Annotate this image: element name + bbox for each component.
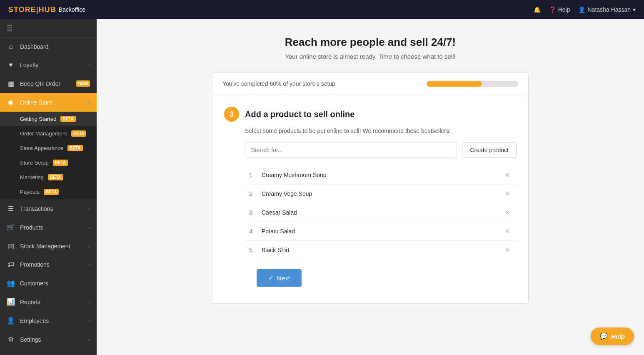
transactions-icon: ☰	[7, 205, 15, 212]
settings-icon: ⚙	[7, 335, 15, 343]
employees-icon: 👤	[7, 317, 15, 325]
order-management-beta-badge: BETA	[71, 130, 86, 137]
submenu-item-store-appearance[interactable]: Store Appearance BETA	[0, 141, 97, 155]
product-name: Creamy Mushroom Soup	[262, 172, 502, 178]
sidebar-item-employees[interactable]: 👤 Employees ‹	[0, 311, 97, 330]
sidebar-item-promotions[interactable]: 🏷 Promotions ‹	[0, 255, 97, 274]
promotions-chevron-icon: ‹	[88, 262, 90, 267]
reports-icon: 📊	[7, 298, 15, 306]
sidebar-item-reports[interactable]: 📊 Reports ‹	[0, 292, 97, 311]
sidebar-item-stock-management[interactable]: ▤ Stock Management ‹	[0, 237, 97, 255]
stock-management-chevron-icon: ‹	[88, 244, 90, 249]
user-icon: 👤	[578, 6, 585, 13]
user-menu[interactable]: 👤 Natasha Hassan ▾	[578, 6, 636, 13]
help-chat-icon: 💬	[600, 332, 608, 340]
remove-product-button[interactable]: ✕	[502, 227, 512, 235]
submenu-item-order-management[interactable]: Order Management BETA	[0, 126, 97, 141]
loyalty-icon: ♥	[7, 61, 15, 69]
progress-bar-container	[427, 81, 518, 87]
table-row: 2. Creamy Vege Soup ✕	[245, 185, 517, 203]
remove-product-button[interactable]: ✕	[502, 208, 512, 217]
promotions-icon: 🏷	[7, 261, 15, 268]
sidebar-item-dashboard[interactable]: ⌂ Dashboard	[0, 38, 97, 56]
product-number: 4.	[249, 228, 262, 235]
sidebar-item-beep-qr-order[interactable]: ▦ Beep QR Order NEW	[0, 74, 97, 93]
submenu-item-store-setup[interactable]: Store Setup BETA	[0, 155, 97, 170]
page-subtitle: Your online store is almost ready. Time …	[285, 53, 455, 60]
reports-chevron-icon: ‹	[88, 300, 90, 305]
sidebar-item-customers[interactable]: 👥 Customers	[0, 274, 97, 292]
main-content: Reach more people and sell 24/7! Your on…	[97, 19, 644, 355]
page-title: Reach more people and sell 24/7!	[285, 36, 456, 49]
setup-card: You've completed 60% of your store's set…	[212, 72, 529, 304]
next-button[interactable]: ✓ Next	[257, 269, 302, 287]
dashboard-icon: ⌂	[7, 43, 15, 50]
customers-icon: 👥	[7, 279, 15, 287]
submenu-item-getting-started[interactable]: Getting Started BETA	[0, 112, 97, 126]
loyalty-chevron-icon: ‹	[88, 62, 90, 68]
progress-section: You've completed 60% of your store's set…	[212, 73, 528, 95]
online-store-icon: ◉	[7, 98, 15, 106]
transactions-chevron-icon: ‹	[88, 206, 90, 211]
brand-backoffice: Backoffice	[59, 6, 85, 13]
bell-icon: 🔔	[534, 6, 541, 13]
sidebar-item-settings[interactable]: ⚙ Settings ‹	[0, 330, 97, 349]
table-row: 1. Creamy Mushroom Soup ✕	[245, 166, 517, 185]
payouts-beta-badge: BETA	[44, 189, 59, 195]
getting-started-beta-badge: BETA	[60, 116, 75, 122]
product-name: Creamy Vege Soup	[262, 190, 502, 197]
step-description: Select some products to be put online to…	[224, 128, 517, 134]
progress-bar-fill	[427, 81, 482, 87]
products-chevron-icon: ‹	[88, 225, 90, 230]
product-number: 3.	[249, 209, 262, 216]
products-icon: 🛒	[7, 223, 15, 231]
product-number: 5.	[249, 247, 262, 253]
hamburger-icon: ☰	[7, 25, 12, 32]
step-number: 3	[224, 107, 239, 122]
brand-storehub: STORE|HUB	[8, 5, 56, 14]
topnav: STORE|HUB Backoffice 🔔 ❓ Help 👤 Natasha …	[0, 0, 644, 19]
employees-chevron-icon: ‹	[88, 318, 90, 323]
submenu-item-payouts[interactable]: Payouts BETA	[0, 185, 97, 199]
question-icon: ❓	[549, 6, 556, 13]
remove-product-button[interactable]: ✕	[502, 190, 512, 198]
store-setup-beta-badge: BETA	[53, 160, 68, 166]
product-number: 1.	[249, 172, 262, 178]
sidebar-toggle-button[interactable]: ☰	[0, 19, 97, 38]
checkmark-icon: ✓	[268, 274, 274, 282]
product-number: 2.	[249, 190, 262, 197]
marketing-beta-badge: BETA	[48, 174, 63, 180]
new-badge: NEW	[76, 80, 90, 87]
table-row: 5. Black Shirt ✕	[245, 241, 517, 259]
search-row: Create product	[224, 142, 517, 158]
remove-product-button[interactable]: ✕	[502, 246, 512, 254]
step-content: 3 Add a product to sell online Select so…	[212, 95, 528, 303]
product-search-input[interactable]	[245, 142, 457, 158]
settings-chevron-icon: ‹	[88, 337, 90, 342]
sidebar-item-loyalty[interactable]: ♥ Loyalty ‹	[0, 56, 97, 74]
table-row: 4. Potato Salad ✕	[245, 222, 517, 241]
sidebar-item-online-store[interactable]: ◉ Online Store ▾	[0, 93, 97, 112]
product-name: Potato Salad	[262, 228, 502, 235]
sidebar-item-products[interactable]: 🛒 Products ‹	[0, 218, 97, 237]
online-store-chevron-icon: ▾	[87, 100, 90, 105]
product-list: 1. Creamy Mushroom Soup ✕ 2. Creamy Vege…	[224, 166, 517, 259]
progress-text: You've completed 60% of your store's set…	[222, 80, 335, 87]
step-title: Add a product to sell online	[245, 110, 354, 119]
help-link[interactable]: ❓ Help	[549, 6, 570, 13]
topnav-right: 🔔 ❓ Help 👤 Natasha Hassan ▾	[534, 6, 636, 13]
create-product-button[interactable]: Create product	[462, 142, 517, 158]
sidebar-item-transactions[interactable]: ☰ Transactions ‹	[0, 199, 97, 218]
sidebar: ☰ ⌂ Dashboard ♥ Loyalty ‹ ▦ Beep QR Orde…	[0, 19, 97, 355]
beep-qr-icon: ▦	[7, 80, 15, 88]
submenu-item-marketing[interactable]: Marketing BETA	[0, 170, 97, 185]
product-name: Black Shirt	[262, 247, 502, 253]
online-store-submenu: Getting Started BETA Order Management BE…	[0, 112, 97, 199]
product-name: Caesar Salad	[262, 209, 502, 216]
brand: STORE|HUB Backoffice	[8, 5, 85, 14]
notification-bell[interactable]: 🔔	[534, 6, 541, 13]
remove-product-button[interactable]: ✕	[502, 171, 512, 179]
step-header: 3 Add a product to sell online	[224, 107, 517, 122]
stock-management-icon: ▤	[7, 242, 15, 250]
help-float-button[interactable]: 💬 Help	[591, 328, 634, 345]
